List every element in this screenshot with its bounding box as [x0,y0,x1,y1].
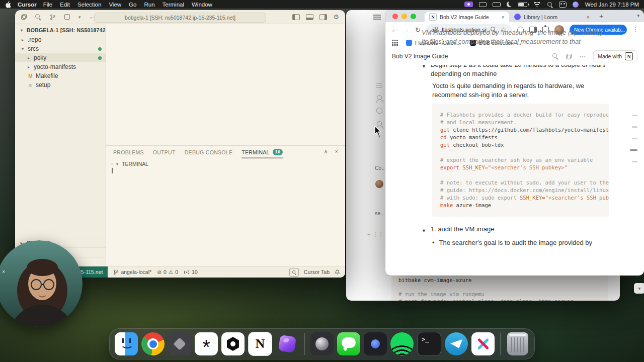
toc-dash[interactable] [632,161,637,162]
list-icon[interactable] [376,83,382,87]
cursor-tab-toggle[interactable]: Cursor Tab [304,269,330,275]
siri-icon[interactable] [573,2,579,8]
toc-dash[interactable] [632,126,637,128]
notifications-bell-icon[interactable] [335,269,340,276]
menubar-menu-file[interactable]: File [43,2,53,8]
search-icon[interactable] [35,14,41,20]
apple-menu-icon[interactable] [5,1,11,8]
spotlight-icon[interactable] [547,2,553,8]
dock-sphere-app-icon[interactable] [310,332,334,355]
webcam-overlay[interactable]: × [0,240,83,327]
dock-chatgpt-icon[interactable] [221,332,245,355]
menubar-menu-window[interactable]: Window [192,2,212,8]
explorer-item-makefile[interactable]: MMakefile [15,71,106,80]
menubar-clock[interactable]: Wed Jan 29 7:18 PM [585,2,639,8]
duplicate-icon[interactable] [566,54,572,59]
dock-chrome-icon[interactable] [141,332,165,355]
search-icon[interactable] [552,53,558,59]
toc-dash[interactable] [632,115,637,116]
new-tab-button[interactable]: + [599,12,603,20]
webcam-close-icon[interactable]: × [2,268,5,275]
code-block[interactable]: # Flashbots provides a docker build for … [432,104,609,217]
chevron-right-icon[interactable]: › [111,161,113,166]
editor-area[interactable] [106,24,345,145]
explorer-item-yocto-manifests[interactable]: ▸yocto-manifests [15,62,106,71]
menubar-menu-go[interactable]: Go [129,2,136,8]
menubar-app-name[interactable]: Cursor [18,2,37,8]
problems-indicator[interactable]: ⊘ 0 ⚠ 0 [157,269,178,275]
plus-icon[interactable]: + [367,231,370,238]
maximize-panel-icon[interactable]: ∧ [324,148,328,155]
explorer-root-header[interactable]: ▾ BOBGELA-1 [SSH: NS5018742.IP-15-235-..… [15,24,106,35]
toggle-triangle-icon[interactable]: ▼ [422,226,426,235]
dock-slack-icon[interactable] [471,332,495,355]
toc-dash[interactable] [630,149,637,151]
explorer-icon[interactable] [21,14,27,20]
toggle-panel-icon[interactable] [306,14,313,20]
explorer-item-poky[interactable]: ▸poky [15,53,106,62]
more-icon[interactable]: ⋯ [579,53,586,60]
toggle-primary-sidebar-icon[interactable] [292,14,300,20]
collapse-chevron-button[interactable]: ▾ [634,283,644,294]
browser-tab[interactable]: Library | Loom× [510,12,594,22]
explorer-item-.repo[interactable]: ▸.repo [15,35,106,44]
menubar-menu-selection[interactable]: Selection [77,2,101,8]
close-panel-icon[interactable]: × [335,148,338,155]
chevron-down-icon[interactable]: ▾ [78,15,81,20]
dock-telegram-icon[interactable] [445,332,468,355]
hamburger-menu-icon[interactable] [373,15,381,20]
dock-notion-icon[interactable]: N [248,332,272,356]
menubar-menu-view[interactable]: View [109,2,121,8]
cursor-window[interactable]: ▾ ← → bobgela-1 [SSH: ns5018742.ip-15-23… [15,10,345,278]
wifi-icon[interactable] [533,2,541,7]
panel-tab-debug-console[interactable]: DEBUG CONSOLE [185,146,233,158]
dock-messages-icon[interactable] [337,332,360,355]
chrome-window[interactable]: NBob V2 Image Guide×Library | Loom× + ▾ … [385,10,644,276]
extensions-icon[interactable] [64,14,70,20]
tab-strip: NBob V2 Image Guide×Library | Loom× + ▾ [385,10,644,22]
focus-icon[interactable] [507,2,512,7]
menubar-menu-edit[interactable]: Edit [60,2,70,8]
explorer-item-srcs[interactable]: ▾srcs [15,44,106,53]
block-handle[interactable]: + ⋮⋮ [367,231,383,238]
close-window-button[interactable] [392,14,398,19]
toggle-block[interactable]: ▼ 1. audit the VM image [422,225,609,235]
control-center-icon[interactable] [559,2,567,8]
tab-close-icon[interactable]: × [587,14,590,20]
display-icon[interactable] [479,2,487,7]
terminal-group-row[interactable]: › ▾ TERMINAL [106,158,345,168]
toggle-secondary-sidebar-icon[interactable] [319,14,327,20]
table-of-contents-indicator[interactable] [629,10,644,276]
panel-tab-terminal[interactable]: TERMINAL10 [242,146,283,158]
dock-recorder-app-icon[interactable] [364,332,387,355]
clock-icon[interactable] [376,108,382,114]
dock-dark-utility-icon[interactable] [168,332,191,355]
ports-indicator[interactable]: 10 [184,269,198,275]
settings-gear-icon[interactable]: ⚙ [333,13,339,21]
keyboard-icon[interactable] [493,2,501,7]
minimize-window-button[interactable] [401,14,407,19]
menubar-menu-terminal[interactable]: Terminal [163,2,184,8]
source-control-icon[interactable] [50,13,56,22]
dock-design-app-icon[interactable] [276,332,299,355]
dock-finder-icon[interactable] [115,332,138,355]
menubar-menu-run[interactable]: Run [144,2,154,8]
tab-close-icon[interactable]: × [502,14,505,20]
drag-handle-icon[interactable]: ⋮⋮ [372,231,383,238]
battery-icon[interactable] [518,2,527,7]
panel-tab-problems[interactable]: PROBLEMS [113,146,144,158]
dock-trash-icon[interactable] [507,332,528,355]
person-icon[interactable] [377,95,382,100]
explorer-item-setup[interactable]: ≡setup [15,80,106,89]
toc-dash[interactable] [632,138,637,139]
screen-recording-icon[interactable] [464,2,473,7]
git-branch-indicator[interactable]: angela-local* [113,269,151,275]
zoom-window-button[interactable] [411,14,416,19]
workspace-search-box[interactable]: bobgela-1 [SSH: ns5018742.ip-15-235-115.… [94,13,266,23]
panel-tab-output[interactable]: OUTPUT [153,146,176,158]
dock-terminal-icon[interactable]: >_ [417,332,441,356]
dock-spotify-icon[interactable] [390,332,414,355]
browser-tab[interactable]: NBob V2 Image Guide× [425,12,509,22]
dock-asterisk-app-icon[interactable]: * [195,332,218,355]
screen-zoom-icon[interactable] [289,268,299,277]
